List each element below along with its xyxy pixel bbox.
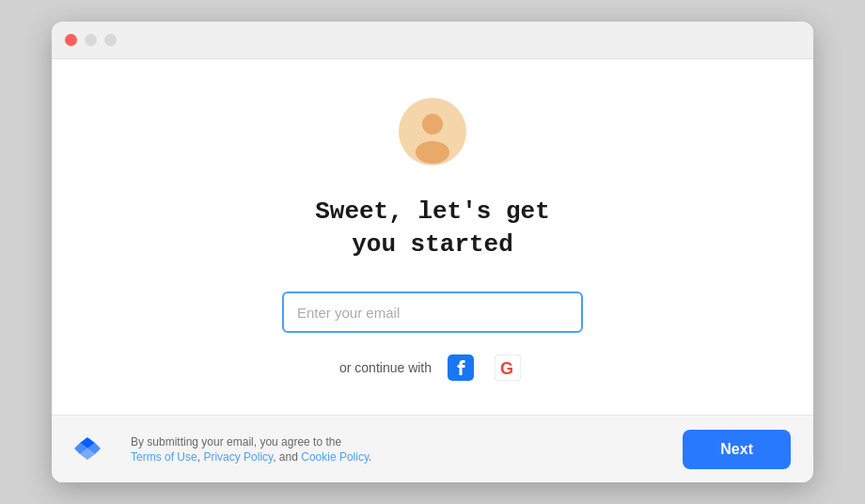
privacy-link[interactable]: Privacy Policy (203, 450, 273, 464)
email-input[interactable] (282, 291, 583, 333)
traffic-lights (65, 34, 117, 46)
continue-text: or continue with (339, 360, 432, 375)
headline-line1: Sweet, let's get (315, 197, 550, 226)
disclaimer-line1: By submitting your email, you agree to t… (131, 435, 371, 449)
svg-text:G: G (500, 359, 513, 378)
svg-point-1 (422, 114, 443, 134)
comma: , (197, 450, 200, 464)
cookie-link[interactable]: Cookie Policy (301, 450, 369, 464)
headline-line2: you started (352, 230, 513, 259)
footer-links: Terms of Use, Privacy Policy, and Cookie… (131, 450, 371, 464)
next-button[interactable]: Next (683, 430, 791, 469)
main-content: Sweet, let's get you started or continue… (52, 59, 813, 415)
google-button[interactable]: G (490, 350, 526, 386)
titlebar (52, 22, 813, 59)
headline: Sweet, let's get you started (315, 196, 550, 261)
facebook-button[interactable] (443, 350, 479, 386)
and-text: , and (273, 450, 298, 464)
logo-area (74, 435, 101, 465)
close-button[interactable] (65, 34, 77, 46)
continue-row: or continue with G (339, 350, 526, 386)
avatar-icon (399, 98, 466, 196)
app-window: Sweet, let's get you started or continue… (52, 22, 813, 482)
footer: By submitting your email, you agree to t… (52, 415, 813, 482)
period: . (369, 450, 371, 464)
minimize-button[interactable] (85, 34, 97, 46)
svg-point-2 (416, 141, 449, 164)
maximize-button[interactable] (104, 34, 117, 46)
footer-disclaimer: By submitting your email, you agree to t… (131, 435, 371, 464)
terms-link[interactable]: Terms of Use (131, 450, 197, 464)
